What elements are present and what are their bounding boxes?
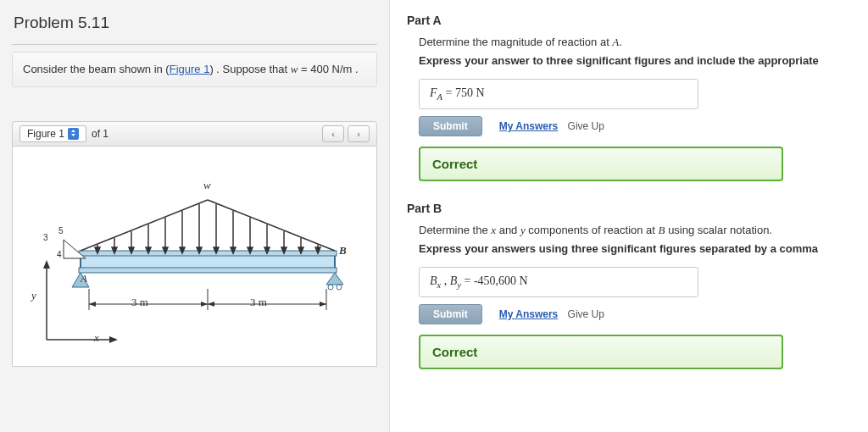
figure-stepper-icon[interactable]: [68, 128, 79, 140]
svg-marker-49: [208, 302, 214, 307]
part-a-submit-button[interactable]: Submit: [419, 116, 482, 136]
figure-label-B: B: [339, 244, 347, 258]
figure-label-y: y: [31, 289, 36, 302]
svg-rect-5: [79, 251, 337, 256]
figure-tick3: 3: [43, 233, 48, 242]
part-b-ans-val: -450,600 N: [474, 274, 528, 287]
figure-link[interactable]: Figure 1: [170, 63, 210, 75]
part-b-ans-b2: B: [450, 274, 458, 287]
svg-line-8: [208, 200, 335, 251]
figure-tick5: 5: [58, 226, 64, 235]
figure-dim1: 3 m: [131, 296, 148, 309]
left-panel: Problem 5.11 Consider the beam shown in …: [0, 0, 390, 432]
part-a-myanswers-link[interactable]: My Answers: [499, 120, 559, 132]
part-b-var: B: [659, 224, 665, 236]
part-b-prompt: Determine the x and y components of reac…: [419, 224, 868, 237]
part-a-button-row: Submit My Answers Give Up: [419, 116, 868, 136]
part-a-instruct: Express your answer to three significant…: [419, 54, 868, 67]
figure-tick4: 4: [57, 250, 62, 259]
svg-rect-6: [79, 268, 337, 273]
svg-marker-48: [201, 302, 208, 307]
svg-point-39: [328, 285, 333, 290]
part-a-feedback: Correct: [419, 147, 783, 181]
figure-nav: ‹ ›: [322, 125, 370, 142]
part-a-title: Part A: [407, 14, 868, 27]
part-b-button-row: Submit My Answers Give Up: [419, 304, 868, 324]
figure-prev-button[interactable]: ‹: [322, 125, 344, 142]
problem-statement: Consider the beam shown in (Figure 1) . …: [12, 52, 377, 87]
figure-canvas: w B A y x 3 m 3 m 3 4 5: [12, 147, 377, 367]
part-b-submit-button[interactable]: Submit: [419, 304, 482, 324]
part-a-answer-box[interactable]: FA = 750 N: [419, 79, 698, 109]
part-b-links: My Answers Give Up: [499, 308, 604, 320]
part-b-instruct: Express your answers using three signifi…: [419, 242, 868, 255]
right-panel: Part A Determine the magnitude of reacti…: [390, 0, 868, 432]
statement-prefix: Consider the beam shown in (: [23, 63, 170, 75]
part-b-ans-eq: =: [461, 274, 474, 287]
svg-marker-50: [320, 302, 326, 307]
part-b-p1: Determine the: [419, 224, 491, 236]
part-b-ans-b1: B: [430, 274, 437, 287]
part-b-feedback: Correct: [419, 335, 783, 369]
svg-marker-3: [109, 336, 118, 343]
part-a-prompt: Determine the magnitude of reaction at A…: [419, 36, 868, 49]
svg-marker-2: [43, 260, 50, 269]
part-b-title: Part B: [407, 202, 868, 215]
figure-tab[interactable]: Figure 1: [19, 125, 86, 142]
beam-diagram: [21, 162, 377, 357]
part-b-p3: using scalar notation.: [665, 224, 772, 236]
svg-marker-47: [89, 302, 96, 307]
part-b-p2: components of reaction at: [526, 224, 659, 236]
part-a-prompt-prefix: Determine the magnitude of reaction at: [419, 36, 612, 48]
part-a-ans-lhs: F: [430, 86, 437, 99]
svg-point-40: [337, 285, 342, 290]
part-b-answer-box[interactable]: Bx , By = -450,600 N: [419, 267, 698, 297]
part-a-links: My Answers Give Up: [499, 120, 604, 132]
part-a-ans-val: 750 N: [455, 86, 485, 99]
figure-label-w: w: [203, 179, 211, 192]
svg-marker-38: [326, 273, 343, 285]
part-b-myanswers-link[interactable]: My Answers: [499, 308, 559, 320]
figure-label-A: A: [81, 272, 87, 285]
figure-tab-label: Figure 1: [27, 128, 64, 140]
part-b-and: and: [496, 224, 520, 236]
part-a-prompt-suffix: .: [619, 36, 622, 48]
figure-dim2: 3 m: [250, 296, 267, 309]
problem-title: Problem 5.11: [12, 8, 377, 45]
part-a-ans-eq: =: [442, 86, 455, 99]
figure-next-button[interactable]: ›: [348, 125, 370, 142]
svg-marker-41: [64, 240, 86, 258]
figure-of-text: of 1: [92, 128, 108, 140]
given-eq: = 400 N/m .: [298, 63, 358, 75]
figure-label-x: x: [94, 331, 99, 345]
part-a-giveup-link[interactable]: Give Up: [568, 120, 604, 132]
figure-toolbar: Figure 1 of 1 ‹ ›: [12, 121, 377, 147]
part-b-giveup-link[interactable]: Give Up: [568, 308, 604, 320]
part-b-ans-comma: ,: [441, 274, 450, 287]
svg-line-7: [81, 200, 208, 251]
statement-suffix: ) . Suppose that: [209, 63, 290, 75]
